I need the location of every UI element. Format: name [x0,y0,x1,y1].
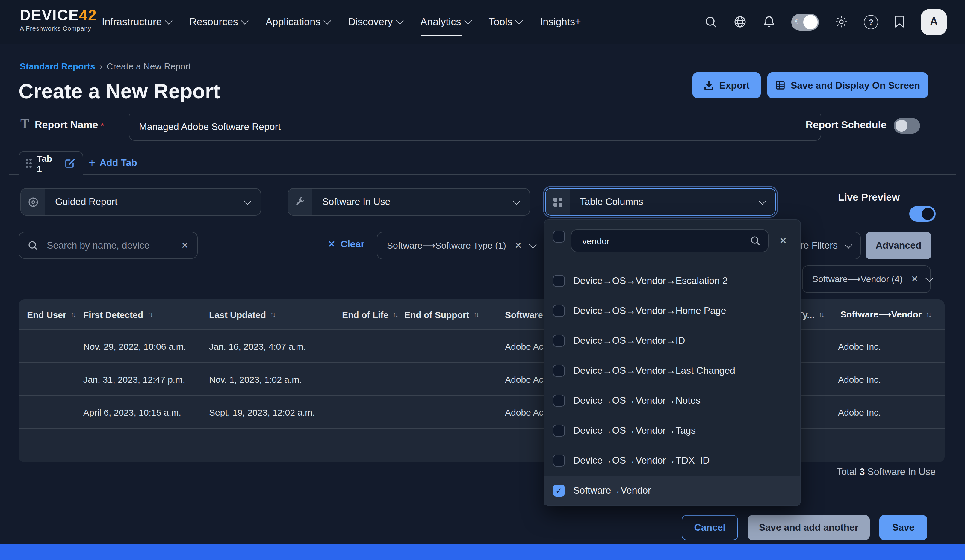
app-root: DEVICE42 A Freshworks Company Infrastruc… [0,0,965,560]
select-all-checkbox[interactable] [553,230,565,243]
column-option[interactable]: Device→OS→Vendor→ID [545,326,800,356]
column-search-field [571,229,769,252]
top-navbar: DEVICE42 A Freshworks Company Infrastruc… [0,0,965,44]
save-button[interactable]: Save [879,515,927,540]
add-tab-button[interactable]: + Add Tab [89,155,137,171]
column-option[interactable]: Device→OS→Vendor→Last Changed [545,356,800,386]
search-icon [750,235,761,246]
search-icon[interactable] [705,15,718,28]
column-header-software-vendor[interactable]: Software⟶Vendor↑↓ [841,299,931,330]
nav-item[interactable]: Insights+ [540,0,581,44]
logo[interactable]: DEVICE42 A Freshworks Company [20,8,97,32]
sort-icon[interactable]: ↑↓ [474,310,478,318]
globe-icon[interactable] [733,15,747,29]
bookmark-icon[interactable] [894,15,905,29]
report-name-field [129,114,821,141]
table-columns-select[interactable]: Table Columns [545,188,776,216]
object-type-select[interactable]: Software In Use [288,188,530,216]
clear-filters-button[interactable]: ✕ Clear [328,238,365,250]
column-checkbox[interactable] [553,424,565,437]
column-checkbox[interactable] [553,365,565,377]
cell-last-updated: Sept. 19, 2023, 12:02 a.m. [209,396,315,429]
table-row[interactable]: Nov. 29, 2022, 10:06 a.m. Jan. 16, 2023,… [18,330,945,362]
navbar-actions: ☾ ? A [705,0,947,44]
report-name-label: Report Name * [35,119,104,131]
remove-chip-icon[interactable]: ✕ [515,240,522,251]
live-preview-label: Live Preview [767,192,900,204]
clear-column-search-icon[interactable]: ✕ [779,235,787,246]
chevron-down-icon [165,17,173,24]
avatar[interactable]: A [921,9,947,35]
report-schedule-toggle[interactable] [894,118,920,134]
nav-item[interactable]: Discovery [348,0,402,44]
nav-item[interactable]: Analytics [420,0,471,44]
column-checkbox[interactable] [553,455,565,467]
cell-vendor: Adobe Inc. [838,396,881,429]
required-asterisk: * [101,120,104,130]
bell-icon[interactable] [762,15,776,29]
column-header-first-detected[interactable]: First Detected↑↓ [83,299,152,330]
column-option[interactable]: Device→OS→Vendor→Escalation 2 [545,266,800,296]
remove-chip-icon[interactable]: ✕ [911,274,919,284]
nav-item[interactable]: Applications [266,0,330,44]
columns-icon [546,189,570,215]
sort-icon[interactable]: ↑↓ [270,310,275,318]
column-header-end-of-support[interactable]: End of Support↑↓ [404,299,478,330]
chevron-down-icon [244,197,251,204]
column-option[interactable]: Device→OS→Vendor→Home Page [545,296,800,326]
gear-icon[interactable] [834,15,848,29]
report-type-select[interactable]: Guided Report [20,188,261,216]
cancel-button[interactable]: Cancel [682,515,738,540]
chevron-down-icon [324,17,331,24]
tab-1[interactable]: Tab 1 [18,151,83,175]
clear-search-icon[interactable]: ✕ [181,240,189,251]
nav-item[interactable]: Infrastructure [102,0,171,44]
sort-icon[interactable]: ↑↓ [819,310,824,318]
edit-icon[interactable] [65,158,76,169]
column-header-software[interactable]: Software [505,299,543,330]
column-option[interactable]: Device→OS→Vendor→Tags [545,416,800,446]
table-search-input[interactable] [46,239,174,251]
help-icon[interactable]: ? [864,15,878,29]
sort-icon[interactable]: ↑↓ [393,310,397,318]
column-checkbox[interactable] [553,305,565,317]
column-option[interactable]: Device→OS→Vendor→TDX_ID [545,446,800,475]
column-search-input[interactable] [581,235,745,247]
column-checkbox[interactable] [553,335,565,347]
sort-icon[interactable]: ↑↓ [147,310,152,318]
report-name-input[interactable] [129,114,840,140]
column-option[interactable]: Software→Vendor [545,475,800,506]
save-and-display-button[interactable]: Save and Display On Screen [767,72,928,98]
drag-handle-icon[interactable] [26,159,31,168]
table-row-empty [18,428,945,462]
export-button[interactable]: Export [692,72,761,98]
breadcrumb-link[interactable]: Standard Reports [20,61,95,71]
chevron-down-icon [241,17,249,24]
column-checkbox[interactable] [553,275,565,287]
close-icon: ✕ [328,238,336,250]
column-option[interactable]: Device→OS→Vendor→Notes [545,386,800,416]
column-header-type[interactable]: Ty...↑↓ [798,299,824,330]
save-and-add-another-button[interactable]: Save and add another [747,515,870,540]
cell-first-detected: Jan. 31, 2023, 12:47 p.m. [83,363,185,396]
table-total: Total 3 Software In Use [836,467,936,477]
column-header-end-of-life[interactable]: End of Life↑↓ [342,299,397,330]
chevron-down-icon [845,240,852,248]
tab-label: Tab 1 [37,153,59,173]
nav-item[interactable]: Resources [189,0,248,44]
column-header-last-updated[interactable]: Last Updated↑↓ [209,299,275,330]
column-header-end-user[interactable]: End User↑↓ [27,299,75,330]
sort-icon[interactable]: ↑↓ [71,310,75,318]
wrench-icon [288,189,312,215]
column-checkbox[interactable] [553,485,565,496]
theme-toggle[interactable]: ☾ [791,13,819,30]
nav-item[interactable]: Tools [489,0,522,44]
sort-icon[interactable]: ↑↓ [926,310,931,318]
table-row[interactable]: Jan. 31, 2023, 12:47 p.m. Nov. 1, 2023, … [18,362,945,395]
filter-chip-software-type[interactable]: Software⟶Software Type (1) ✕ [377,232,560,260]
live-preview-toggle[interactable] [909,206,936,222]
advanced-button[interactable]: Advanced [865,232,931,260]
table-row[interactable]: April 6, 2023, 10:15 a.m. Sept. 19, 2023… [18,395,945,428]
filter-chip-vendor[interactable]: Software⟶Vendor (4) ✕ [802,265,931,293]
column-checkbox[interactable] [553,395,565,407]
